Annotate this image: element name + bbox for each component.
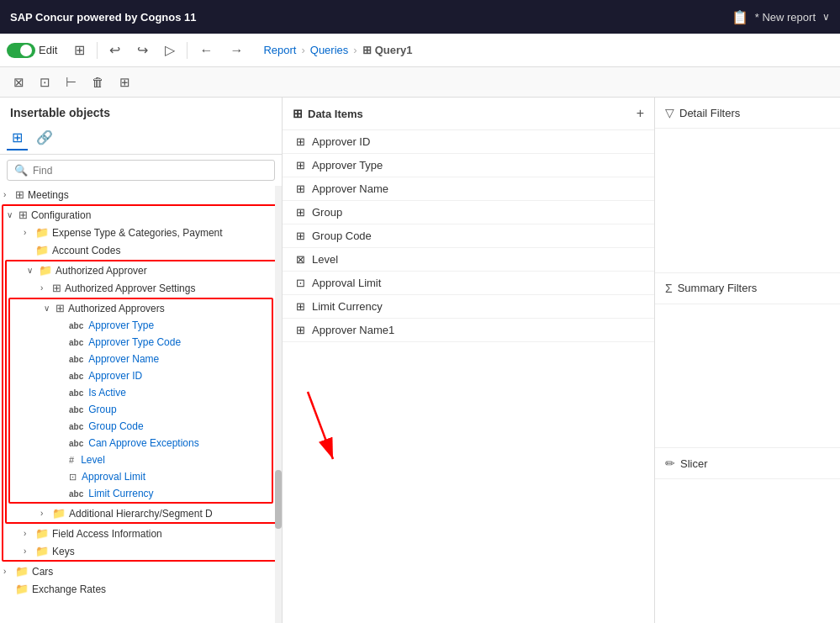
tree-label: Approver Type Code <box>88 336 181 348</box>
tree-label: Account Codes <box>52 245 120 256</box>
search-box: 🔍 <box>7 160 275 181</box>
svg-line-1 <box>308 392 333 459</box>
arrow-icon: › <box>3 567 15 576</box>
tree-item-authorized-approvers[interactable]: ∨ ⊞ Authorized Approvers <box>10 299 272 317</box>
tree-item-level[interactable]: # Level <box>10 451 272 468</box>
redo-button[interactable]: ↪ <box>130 39 155 61</box>
filters-panel: ▽ Detail Filters Σ Summary Filters ✏ Sli… <box>655 98 840 623</box>
tree-item-group-code[interactable]: abc Group Code <box>10 418 272 435</box>
main-layout: Insertable objects ⊞ 🔗 🔍 › ⊞ Meetings ∨ … <box>0 98 840 623</box>
tree-label: Keys <box>52 546 75 557</box>
data-item-group[interactable]: ⊞ Group <box>283 201 654 224</box>
run-button[interactable]: ▷ <box>158 39 182 61</box>
measure-icon: ⊡ <box>69 472 77 483</box>
data-item-group-code[interactable]: ⊞ Group Code <box>283 224 654 248</box>
slicer-area <box>655 479 840 623</box>
scrollbar-thumb <box>275 470 282 529</box>
table-icon: ⊞ <box>15 188 24 201</box>
add-data-item-button[interactable]: + <box>637 106 644 121</box>
search-input[interactable] <box>33 165 267 177</box>
sidebar-scrollbar[interactable] <box>275 186 282 623</box>
data-item-limit-currency[interactable]: ⊞ Limit Currency <box>283 295 654 319</box>
back-button[interactable]: ← <box>193 40 219 61</box>
table-icon: ⊞ <box>18 209 28 221</box>
breadcrumb-sep2: › <box>353 44 357 56</box>
tree-item-field-access[interactable]: › 📁 Field Access Information <box>3 525 278 542</box>
tree-item-is-active[interactable]: abc Is Active <box>10 384 272 401</box>
tree-label: Cars <box>32 566 53 578</box>
top-bar: SAP Concur powered by Cognos 11 📋 * New … <box>0 0 840 34</box>
breadcrumb-report[interactable]: Report <box>263 44 296 56</box>
data-item-approver-id[interactable]: ⊞ Approver ID <box>283 130 654 154</box>
data-item-icon: ⊞ <box>296 182 305 195</box>
data-item-icon: ⊞ <box>296 230 305 242</box>
tree-item-can-approve[interactable]: abc Can Approve Exceptions <box>10 435 272 451</box>
tree-item-exchange-rates[interactable]: 📁 Exchange Rates <box>0 580 282 598</box>
toolbar2-btn2[interactable]: ⊡ <box>33 71 57 93</box>
data-item-approval-limit[interactable]: ⊡ Approval Limit <box>283 272 654 295</box>
chevron-down-icon[interactable]: ∨ <box>822 11 830 23</box>
save-button[interactable]: ⊞ <box>67 39 92 61</box>
data-item-icon: ⊠ <box>296 253 305 266</box>
arrow-icon: › <box>3 190 15 199</box>
sidebar-tab-source[interactable]: ⊞ <box>7 126 28 150</box>
folder-icon: 📁 <box>35 527 49 540</box>
summary-filters-area <box>655 304 840 449</box>
undo-button[interactable]: ↩ <box>103 39 127 61</box>
report-label: * New report <box>755 11 816 24</box>
tree-item-limit-currency[interactable]: abc Limit Currency <box>10 485 272 502</box>
authorized-approver-group: ∨ 📁 Authorized Approver › ⊞ Authorized A… <box>5 260 277 524</box>
folder-icon: 📁 <box>52 507 66 520</box>
sidebar-header: Insertable objects <box>0 98 282 123</box>
toolbar2-btn5[interactable]: ⊞ <box>113 71 137 93</box>
tree-item-approver-type[interactable]: abc Approver Type <box>10 317 272 334</box>
tree-item-approver-id[interactable]: abc Approver ID <box>10 367 272 384</box>
data-item-level[interactable]: ⊠ Level <box>283 248 654 272</box>
data-item-approver-name1[interactable]: ⊞ Approver Name1 <box>283 319 654 342</box>
tree-label: Is Active <box>88 387 126 399</box>
tree-item-aa-settings[interactable]: › ⊞ Authorized Approver Settings <box>7 279 275 297</box>
data-items-header: ⊞ Data Items + <box>283 98 654 130</box>
forward-button[interactable]: → <box>223 40 250 61</box>
abc-icon: abc <box>69 422 83 431</box>
tree-item-additional-hierarchy[interactable]: › 📁 Additional Hierarchy/Segment D <box>7 504 275 522</box>
data-items-icon: ⊞ <box>293 107 303 120</box>
data-item-label: Approver Name <box>312 182 388 195</box>
tree-item-cars[interactable]: › 📁 Cars <box>0 562 282 580</box>
edit-label: Edit <box>39 44 57 56</box>
data-item-approver-type[interactable]: ⊞ Approver Type <box>283 154 654 177</box>
data-item-label: Approver ID <box>312 135 370 148</box>
tree-item-configuration[interactable]: ∨ ⊞ Configuration <box>3 206 278 224</box>
data-item-icon: ⊞ <box>296 324 305 336</box>
data-item-icon: ⊡ <box>296 277 305 289</box>
tree-item-account-codes[interactable]: 📁 Account Codes <box>3 241 278 259</box>
summary-filters-section: Σ Summary Filters <box>655 273 840 304</box>
tree-label: Expense Type & Categories, Payment <box>52 227 223 239</box>
tree-item-approver-name[interactable]: abc Approver Name <box>10 351 272 367</box>
data-item-approver-name[interactable]: ⊞ Approver Name <box>283 177 654 201</box>
app-title: SAP Concur powered by Cognos 11 <box>10 11 197 24</box>
tree-item-meetings[interactable]: › ⊞ Meetings <box>0 186 282 203</box>
edit-toggle[interactable] <box>7 43 35 58</box>
tree-item-authorized-approver[interactable]: ∨ 📁 Authorized Approver <box>7 261 275 279</box>
tree-item-group[interactable]: abc Group <box>10 401 272 418</box>
summary-filters-label: Summary Filters <box>678 282 758 294</box>
detail-filters-section: ▽ Detail Filters <box>655 98 840 129</box>
tree-item-keys[interactable]: › 📁 Keys <box>3 542 278 560</box>
tree-item-expense-type[interactable]: › 📁 Expense Type & Categories, Payment <box>3 224 278 241</box>
tree-label: Configuration <box>31 209 91 221</box>
tree-label: Exchange Rates <box>32 583 106 595</box>
sidebar-tab-link[interactable]: 🔗 <box>31 126 58 150</box>
abc-icon: abc <box>69 355 83 364</box>
tree-label: Authorized Approvers <box>68 303 165 314</box>
tree-label: Meetings <box>28 189 69 201</box>
toolbar2-btn3[interactable]: ⊢ <box>59 71 83 93</box>
tree-item-approval-limit[interactable]: ⊡ Approval Limit <box>10 468 272 485</box>
tree-label: Approver ID <box>88 370 142 382</box>
data-item-icon: ⊞ <box>296 300 305 313</box>
breadcrumb-queries[interactable]: Queries <box>310 44 349 56</box>
tree-item-approver-type-code[interactable]: abc Approver Type Code <box>10 334 272 351</box>
table-icon: ⊞ <box>55 302 65 314</box>
toolbar2-delete-btn[interactable]: 🗑 <box>85 71 111 92</box>
toolbar2-btn1[interactable]: ⊠ <box>7 71 31 93</box>
